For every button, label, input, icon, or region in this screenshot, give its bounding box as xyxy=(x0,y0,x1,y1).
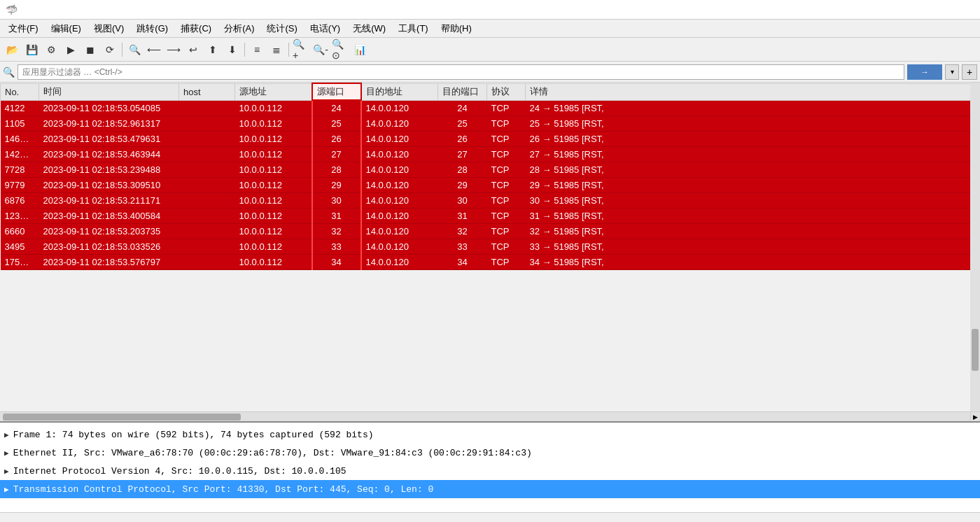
scrollbar-thumb-h[interactable] xyxy=(3,414,241,421)
packet-table: No. 时间 host 源地址 源端口 目的地址 目的端口 协议 详情 4122… xyxy=(0,83,980,270)
toolbar-sep1 xyxy=(122,43,122,57)
window-controls xyxy=(22,4,69,15)
detail-text: Transmission Control Protocol, Src Port:… xyxy=(13,484,434,495)
menu-item-F[interactable]: 文件(F) xyxy=(3,21,44,36)
menu-item-W[interactable]: 无线(W) xyxy=(347,21,391,36)
table-body: 41222023-09-11 02:18:53.05408510.0.0.112… xyxy=(1,100,980,269)
filter-bar: 🔍 → ▾ + xyxy=(0,62,980,83)
detail-text: Internet Protocol Version 4, Src: 10.0.0… xyxy=(13,466,346,477)
toolbar-open[interactable]: 📂 xyxy=(3,41,21,59)
menu-item-V[interactable]: 视图(V) xyxy=(88,21,130,36)
table-row[interactable]: 66602023-09-11 02:18:53.20373510.0.0.112… xyxy=(1,223,980,239)
table-row[interactable]: 123…2023-09-11 02:18:53.40058410.0.0.112… xyxy=(1,208,980,223)
table-row[interactable]: 77282023-09-11 02:18:53.23948810.0.0.112… xyxy=(1,162,980,177)
menu-item-H[interactable]: 帮助(H) xyxy=(435,21,477,36)
toolbar-coloring[interactable]: ≡ xyxy=(248,41,266,59)
expand-arrow-icon[interactable]: ▶ xyxy=(4,430,9,439)
menu-bar: 文件(F)编辑(E)视图(V)跳转(G)捕获(C)分析(A)统计(S)电话(Y)… xyxy=(0,20,980,38)
filter-add-button[interactable]: + xyxy=(962,64,977,80)
toolbar: 📂 💾 ⚙ ▶ ◼ ⟳ 🔍 ⟵ ⟶ ↩ ⬆ ⬇ ≡ ≣ 🔍+ 🔍- 🔍⊙ 📊 xyxy=(0,38,980,62)
toolbar-capture-start[interactable]: ▶ xyxy=(62,41,80,59)
col-header-dstport[interactable]: 目的端口 xyxy=(438,83,487,100)
packet-table-container: No. 时间 host 源地址 源端口 目的地址 目的端口 协议 详情 4122… xyxy=(0,83,980,421)
table-row[interactable]: 34952023-09-11 02:18:53.03352610.0.0.112… xyxy=(1,239,980,254)
minimize-button[interactable] xyxy=(22,4,36,15)
table-row[interactable]: 97792023-09-11 02:18:53.30951010.0.0.112… xyxy=(1,177,980,192)
detail-text: Ethernet II, Src: VMware_a6:78:70 (00:0c… xyxy=(13,448,532,458)
toolbar-coloring2[interactable]: ≣ xyxy=(267,41,286,59)
table-row[interactable]: 41222023-09-11 02:18:53.05408510.0.0.112… xyxy=(1,100,980,115)
title-icon: 🦈 xyxy=(6,4,18,15)
table-row[interactable]: 68762023-09-11 02:18:53.21117110.0.0.112… xyxy=(1,192,980,208)
filter-input[interactable] xyxy=(18,64,904,80)
expand-arrow-icon[interactable]: ▶ xyxy=(4,467,9,476)
toolbar-goto-prev[interactable]: ⟵ xyxy=(145,41,163,59)
col-header-host[interactable]: host xyxy=(179,83,235,100)
scrollbar-thumb[interactable] xyxy=(972,329,979,371)
detail-row[interactable]: ▶Transmission Control Protocol, Src Port… xyxy=(0,480,980,498)
toolbar-scroll-last[interactable]: ⬇ xyxy=(223,41,241,59)
col-header-proto[interactable]: 协议 xyxy=(487,83,526,100)
menu-item-E[interactable]: 编辑(E) xyxy=(46,21,87,36)
toolbar-capture-stop[interactable]: ◼ xyxy=(81,41,99,59)
title-bar: 🦈 xyxy=(0,0,980,20)
table-row[interactable]: 146…2023-09-11 02:18:53.47963110.0.0.112… xyxy=(1,131,980,146)
detail-row[interactable]: ▶Ethernet II, Src: VMware_a6:78:70 (00:0… xyxy=(0,444,980,462)
filter-dropdown-button[interactable]: ▾ xyxy=(945,64,959,80)
horizontal-scrollbar[interactable]: ▶ xyxy=(0,411,980,421)
toolbar-capture-restart[interactable]: ⟳ xyxy=(101,41,119,59)
col-header-dst[interactable]: 目的地址 xyxy=(361,83,438,100)
toolbar-goto-next[interactable]: ⟶ xyxy=(164,41,183,59)
toolbar-sep2 xyxy=(244,43,245,57)
toolbar-capture-opts[interactable]: ⚙ xyxy=(42,41,60,59)
table-row[interactable]: 175…2023-09-11 02:18:53.57679710.0.0.112… xyxy=(1,254,980,269)
expand-arrow-icon[interactable]: ▶ xyxy=(4,449,9,458)
menu-item-G[interactable]: 跳转(G) xyxy=(131,21,174,36)
close-button[interactable] xyxy=(55,4,69,15)
detail-panel: ▶Frame 1: 74 bytes on wire (592 bits), 7… xyxy=(0,421,980,512)
bottom-status-bar xyxy=(0,512,980,522)
table-header: No. 时间 host 源地址 源端口 目的地址 目的端口 协议 详情 xyxy=(1,83,980,100)
col-header-srcport[interactable]: 源端口 xyxy=(312,83,361,100)
toolbar-save[interactable]: 💾 xyxy=(22,41,41,59)
detail-text: Frame 1: 74 bytes on wire (592 bits), 74… xyxy=(13,430,374,440)
toolbar-goto[interactable]: ↩ xyxy=(184,41,202,59)
toolbar-scroll-first[interactable]: ⬆ xyxy=(204,41,222,59)
detail-row[interactable]: ▶Internet Protocol Version 4, Src: 10.0.… xyxy=(0,462,980,480)
maximize-button[interactable] xyxy=(38,4,52,15)
right-scrollbar[interactable] xyxy=(970,83,980,411)
scroll-right-button[interactable]: ▶ xyxy=(970,412,980,422)
table-row[interactable]: 142…2023-09-11 02:18:53.46394410.0.0.112… xyxy=(1,146,980,162)
menu-item-Y[interactable]: 电话(Y) xyxy=(304,21,346,36)
menu-item-C[interactable]: 捕获(C) xyxy=(175,21,217,36)
toolbar-zoom-out[interactable]: 🔍- xyxy=(312,41,330,59)
filter-icon: 🔍 xyxy=(3,66,15,78)
toolbar-search[interactable]: 🔍 xyxy=(125,41,144,59)
menu-item-T[interactable]: 工具(T) xyxy=(393,21,434,36)
menu-item-A[interactable]: 分析(A) xyxy=(218,21,260,36)
col-header-detail[interactable]: 详情 xyxy=(526,83,980,100)
expand-arrow-icon[interactable]: ▶ xyxy=(4,485,9,494)
detail-row[interactable]: ▶Frame 1: 74 bytes on wire (592 bits), 7… xyxy=(0,425,980,444)
col-header-src[interactable]: 源地址 xyxy=(235,83,312,100)
col-header-no[interactable]: No. xyxy=(1,83,39,100)
filter-apply-button[interactable]: → xyxy=(907,64,942,80)
table-row[interactable]: 11052023-09-11 02:18:52.96131710.0.0.112… xyxy=(1,115,980,131)
toolbar-sep3 xyxy=(288,43,289,57)
col-header-time[interactable]: 时间 xyxy=(39,83,179,100)
toolbar-zoom-in[interactable]: 🔍+ xyxy=(292,41,310,59)
toolbar-zoom-normal[interactable]: 🔍⊙ xyxy=(331,41,349,59)
toolbar-resize-columns[interactable]: 📊 xyxy=(351,41,369,59)
menu-item-S[interactable]: 统计(S) xyxy=(261,21,302,36)
